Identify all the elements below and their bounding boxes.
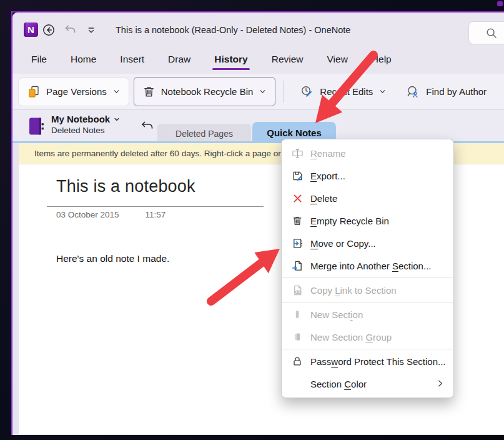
notebook-dropdown[interactable]: My Notebook bbox=[51, 114, 121, 126]
menu-separator bbox=[282, 302, 453, 302]
menu-item-rename: Rename bbox=[282, 142, 453, 164]
new-section-group-icon bbox=[290, 331, 305, 342]
menu-separator bbox=[282, 278, 453, 278]
chevron-down-icon bbox=[113, 116, 121, 123]
rename-icon bbox=[290, 148, 305, 159]
lock-icon bbox=[290, 356, 305, 367]
notebook-recycle-bin-label: Notebook Recycle Bin bbox=[161, 86, 254, 97]
menu-item-copy-link-to-section: Copy Link to Section bbox=[282, 279, 453, 301]
tab-insert[interactable]: Insert bbox=[119, 50, 146, 71]
move-or-copy-icon bbox=[290, 238, 305, 249]
tab-file[interactable]: File bbox=[30, 50, 48, 71]
tab-review[interactable]: Review bbox=[270, 50, 305, 71]
nav-back-icon bbox=[139, 119, 154, 133]
page-title-rule bbox=[47, 206, 264, 207]
section-tab-deleted-pages[interactable]: Deleted Pages bbox=[157, 124, 251, 143]
notebook-recycle-bin-button[interactable]: Notebook Recycle Bin bbox=[134, 77, 276, 106]
recycle-bin-icon bbox=[142, 85, 156, 98]
notebook-name: My Notebook bbox=[51, 114, 110, 126]
back-icon bbox=[42, 23, 56, 37]
ribbon-tab-bar: File Home Insert Draw History Review Vie… bbox=[12, 47, 504, 74]
info-bar-text: Items are permanently deleted after 60 d… bbox=[34, 149, 281, 158]
chevron-down-icon bbox=[259, 88, 267, 96]
menu-item-merge-into-another-section[interactable]: Merge into Another Section... bbox=[282, 254, 453, 277]
ribbon: Page Versions Notebook Recycle Bin bbox=[12, 74, 504, 110]
page-date: 03 October 2015 bbox=[56, 210, 119, 219]
onenote-logo-icon: N bbox=[24, 22, 38, 37]
chevron-down-overline-icon bbox=[86, 25, 96, 35]
page-versions-button[interactable]: Page Versions bbox=[19, 78, 129, 106]
copy-link-icon bbox=[290, 284, 305, 296]
menu-separator bbox=[282, 349, 453, 349]
page-versions-label: Page Versions bbox=[46, 86, 107, 97]
section-context-menu: Rename Export... Delete Empty Recycle Bi… bbox=[281, 139, 454, 398]
section-tab-label: Deleted Pages bbox=[175, 129, 233, 139]
notebook-icon bbox=[28, 117, 45, 136]
menu-item-password-protect[interactable]: Password Protect This Section... bbox=[282, 350, 453, 372]
find-by-author-icon bbox=[407, 85, 420, 99]
find-by-author-label: Find by Author bbox=[426, 86, 487, 97]
menu-item-section-color[interactable]: Section Color bbox=[282, 372, 453, 395]
menu-item-delete[interactable]: Delete bbox=[282, 187, 453, 209]
search-icon bbox=[485, 27, 498, 39]
delete-icon bbox=[290, 193, 305, 204]
merge-icon bbox=[290, 260, 305, 272]
title-bar: N This is a notebook (Read-Only - Delete… bbox=[12, 12, 504, 47]
trash-icon bbox=[290, 215, 305, 226]
search-box[interactable] bbox=[468, 21, 504, 44]
submenu-chevron-right-icon bbox=[435, 378, 445, 389]
ribbon-separator bbox=[284, 81, 284, 103]
export-icon bbox=[290, 170, 305, 182]
recent-edits-icon bbox=[300, 85, 314, 99]
tab-view[interactable]: View bbox=[326, 50, 349, 71]
new-section-icon bbox=[290, 309, 305, 320]
menu-item-move-or-copy[interactable]: Move or Copy... bbox=[282, 232, 453, 254]
tab-home[interactable]: Home bbox=[69, 50, 97, 71]
page-title[interactable]: This is a notebook bbox=[56, 177, 195, 196]
recent-edits-label: Recent Edits bbox=[320, 86, 373, 97]
background-window-fragment bbox=[497, 1, 503, 6]
menu-item-export[interactable]: Export... bbox=[282, 164, 453, 187]
customize-toolbar-button[interactable] bbox=[81, 19, 102, 41]
chevron-down-icon bbox=[378, 88, 387, 96]
page-versions-icon bbox=[27, 85, 41, 99]
nav-back-button[interactable] bbox=[139, 119, 154, 133]
page-date-line: 03 October 2015 11:57 bbox=[56, 210, 166, 219]
menu-item-new-section: New Section bbox=[282, 303, 453, 326]
page-time: 11:57 bbox=[146, 210, 166, 219]
window-title: This is a notebook (Read-Only - Deleted … bbox=[116, 25, 350, 35]
note-text[interactable]: Here's an old note I made. bbox=[56, 253, 169, 264]
section-tab-label: Quick Notes bbox=[267, 128, 322, 138]
recent-edits-button[interactable]: Recent Edits bbox=[292, 78, 395, 106]
tab-history[interactable]: History bbox=[213, 50, 249, 71]
chevron-down-icon bbox=[112, 88, 121, 96]
back-button[interactable] bbox=[38, 19, 59, 41]
find-by-author-button[interactable]: Find by Author bbox=[398, 78, 495, 106]
tab-draw[interactable]: Draw bbox=[167, 50, 192, 71]
current-section-label: Deleted Notes bbox=[51, 126, 121, 136]
menu-item-empty-recycle-bin[interactable]: Empty Recycle Bin bbox=[282, 209, 453, 232]
undo-icon bbox=[63, 23, 77, 37]
tab-help[interactable]: Help bbox=[370, 50, 393, 71]
undo-button[interactable] bbox=[59, 19, 81, 41]
menu-item-new-section-group: New Section Group bbox=[282, 326, 453, 348]
